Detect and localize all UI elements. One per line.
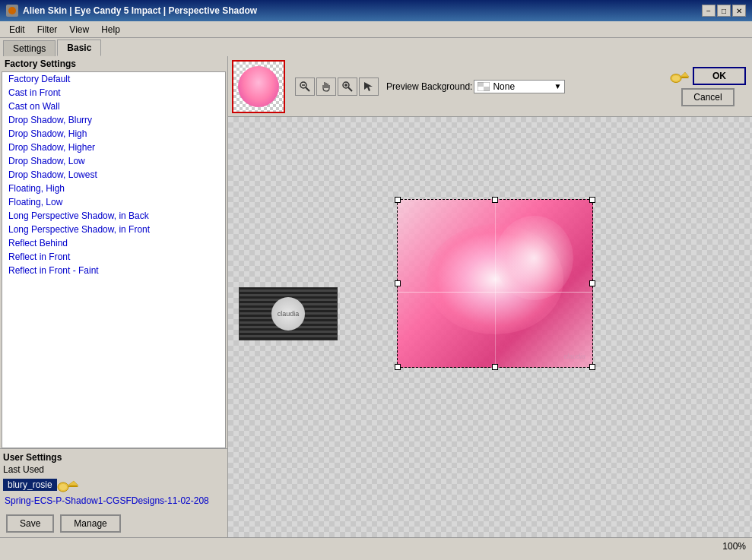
close-button[interactable]: ✕: [732, 5, 746, 17]
right-panel: Preview Background: None ▼: [228, 56, 752, 537]
preview-bg-select[interactable]: None ▼: [474, 80, 565, 93]
window-title: Alien Skin | Eye Candy 5 Impact | Perspe…: [23, 5, 257, 16]
list-item-drop-shadow-higher[interactable]: Drop Shadow, Higher: [2, 141, 225, 154]
list-item-cast-in-front[interactable]: Cast in Front: [2, 86, 225, 100]
bg-select-value: None: [493, 81, 515, 92]
user-settings-section: User Settings Last Used blury_rosie Spri…: [0, 448, 227, 510]
menu-view[interactable]: View: [63, 23, 95, 36]
hand-icon: [320, 81, 332, 93]
selected-user-item[interactable]: blury_rosie: [3, 479, 57, 491]
svg-rect-15: [484, 82, 490, 87]
tabs-row: Settings Basic: [0, 38, 752, 56]
pink-glow: [495, 216, 573, 300]
checkerboard-icon: [478, 82, 490, 91]
zoom-level: 100%: [722, 541, 746, 552]
thumbnail-inner: [238, 66, 279, 107]
user-item-spring[interactable]: Spring-ECS-P-Shadow1-CGSFDesigns-11-02-2…: [3, 495, 224, 507]
preview-thumbnail: [232, 60, 285, 113]
svg-rect-16: [478, 87, 484, 91]
user-settings-header: User Settings: [3, 452, 224, 463]
list-item-reflect-behind[interactable]: Reflect Behind: [2, 236, 225, 250]
list-item-reflect-in-front[interactable]: Reflect in Front: [2, 250, 225, 264]
title-bar: Alien Skin | Eye Candy 5 Impact | Perspe…: [0, 0, 752, 21]
list-item-floating-high[interactable]: Floating, High: [2, 182, 225, 195]
app-icon: [6, 5, 18, 17]
ok-button[interactable]: OK: [693, 67, 746, 85]
svg-rect-13: [478, 82, 484, 87]
cross-line-vertical: [495, 199, 496, 368]
list-item-drop-shadow-low[interactable]: Drop Shadow, Low: [2, 154, 225, 168]
list-section: Factory Settings Factory Default Cast in…: [0, 56, 227, 448]
list-item-factory-default[interactable]: Factory Default: [2, 72, 225, 86]
select-button[interactable]: [359, 78, 379, 96]
cancel-button[interactable]: Cancel: [681, 88, 735, 106]
zoom-fit-button[interactable]: [295, 78, 315, 96]
svg-point-2: [59, 484, 67, 490]
factory-settings-list[interactable]: Factory Default Cast in Front Cast on Wa…: [2, 71, 226, 448]
svg-marker-4: [68, 481, 78, 486]
list-item-drop-shadow-lowest[interactable]: Drop Shadow, Lowest: [2, 168, 225, 182]
factory-settings-header: Factory Settings: [0, 56, 227, 71]
pink-gradient-image: claudia: [397, 199, 593, 368]
menu-help[interactable]: Help: [95, 23, 126, 36]
arrow-tool-icon: [363, 81, 375, 93]
last-used-label: Last Used: [3, 464, 224, 475]
list-item-long-perspective-front[interactable]: Long Perspective Shadow, in Front: [2, 223, 225, 236]
watermark-text: claudia: [563, 353, 585, 360]
zoom-button[interactable]: [338, 78, 357, 96]
svg-point-0: [8, 7, 16, 14]
ok-row: OK: [670, 67, 746, 85]
preview-bg-label: Preview Background:: [386, 81, 472, 92]
tab-settings[interactable]: Settings: [3, 40, 56, 56]
zoom-fit-icon: [299, 81, 311, 93]
list-item-reflect-in-front-faint[interactable]: Reflect in Front - Faint: [2, 264, 225, 277]
bottom-buttons: Save Manage: [0, 510, 227, 537]
maximize-button[interactable]: □: [717, 5, 731, 17]
minimize-button[interactable]: −: [702, 5, 716, 17]
left-panel: Factory Settings Factory Default Cast in…: [0, 56, 228, 537]
tab-basic[interactable]: Basic: [57, 40, 101, 56]
dropdown-arrow-icon: ▼: [554, 82, 561, 90]
window-controls: − □ ✕: [702, 5, 746, 17]
menu-bar: Edit Filter View Help: [0, 21, 752, 38]
svg-marker-21: [681, 72, 689, 77]
status-bar: 100%: [0, 537, 752, 554]
canvas-area[interactable]: claudia claudia: [228, 117, 752, 537]
zoom-icon: [341, 81, 354, 93]
manage-button[interactable]: Manage: [60, 514, 120, 533]
main-content: Factory Settings Factory Default Cast in…: [0, 56, 752, 537]
selected-user-item-row: blury_rosie: [3, 476, 224, 493]
svg-line-6: [306, 87, 309, 91]
list-item-floating-low[interactable]: Floating, Low: [2, 195, 225, 209]
list-item-long-perspective-back[interactable]: Long Perspective Shadow, in Back: [2, 209, 225, 223]
ok-arrow-icon: [670, 68, 690, 84]
preview-image-container: claudia: [397, 199, 593, 368]
claudia-thumbnail: claudia: [239, 287, 338, 340]
save-button[interactable]: Save: [6, 514, 54, 533]
list-item-cast-on-wall[interactable]: Cast on Wall: [2, 100, 225, 113]
svg-rect-14: [484, 87, 490, 91]
svg-point-19: [672, 75, 680, 81]
menu-filter[interactable]: Filter: [31, 23, 64, 36]
list-item-drop-shadow-blurry[interactable]: Drop Shadow, Blurry: [2, 113, 225, 127]
list-item-drop-shadow-high[interactable]: Drop Shadow, High: [2, 127, 225, 141]
cursor-arrow-icon: [57, 476, 80, 493]
menu-edit[interactable]: Edit: [3, 23, 31, 36]
svg-marker-12: [364, 82, 373, 91]
claudia-circle: claudia: [271, 297, 305, 331]
pan-button[interactable]: [316, 78, 336, 96]
svg-line-9: [348, 87, 352, 91]
